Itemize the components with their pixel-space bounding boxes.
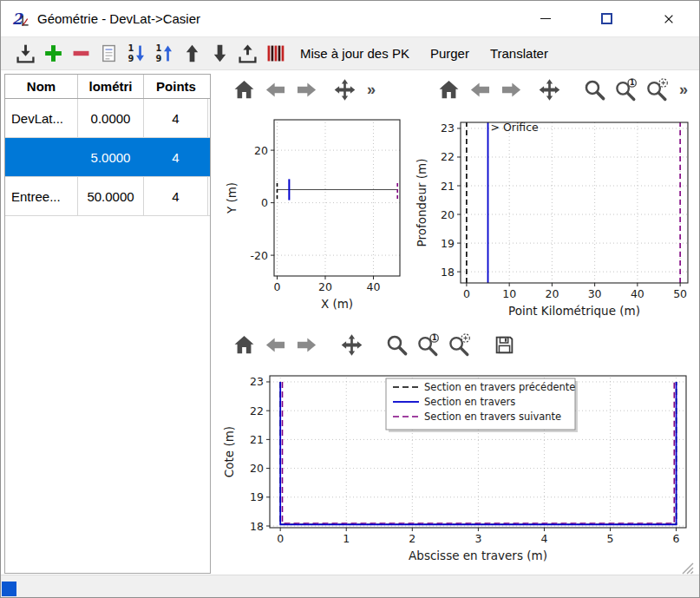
cell-nom[interactable] — [5, 138, 78, 176]
close-button[interactable] — [638, 1, 699, 36]
svg-text:20: 20 — [254, 144, 268, 157]
update-pk-button[interactable]: Mise à jour des PK — [292, 40, 417, 67]
table-row[interactable]: Entree... 50.0000 4 — [5, 177, 210, 216]
zoom-select-button[interactable] — [641, 74, 672, 105]
toolbar-overflow-button[interactable]: » — [363, 81, 379, 99]
svg-text:23: 23 — [250, 375, 264, 388]
pan-button[interactable] — [329, 74, 360, 105]
home-button[interactable] — [228, 329, 259, 360]
zoom-one-icon: 1 — [614, 78, 638, 102]
svg-text:Cote (m): Cote (m) — [222, 426, 236, 477]
back-icon — [264, 78, 287, 102]
svg-text:1: 1 — [343, 532, 350, 545]
maximize-button[interactable] — [576, 1, 638, 36]
zoom-icon — [385, 333, 409, 357]
add-button[interactable] — [41, 41, 65, 67]
svg-text:19: 19 — [250, 490, 264, 503]
svg-text:Abscisse en travers (m): Abscisse en travers (m) — [409, 549, 547, 562]
remove-icon — [70, 43, 92, 64]
minimize-button[interactable] — [514, 1, 576, 36]
cell-pk[interactable]: 0.0000 — [78, 99, 144, 137]
svg-text:30: 30 — [588, 287, 602, 300]
svg-text:-20: -20 — [251, 249, 268, 262]
zoom-select-button[interactable] — [443, 329, 474, 360]
sort-ascending-button[interactable]: 19 — [152, 41, 176, 67]
svg-text:20: 20 — [250, 462, 264, 475]
pan-button[interactable] — [336, 329, 367, 360]
back-button[interactable] — [259, 74, 291, 105]
edit-sheet-button[interactable] — [96, 41, 121, 67]
cell-nom[interactable]: DevLat... — [5, 99, 78, 137]
cell-pk[interactable]: 50.0000 — [78, 177, 144, 215]
zoom-icon — [583, 78, 606, 102]
remove-button[interactable] — [69, 41, 93, 67]
home-button[interactable] — [228, 74, 259, 105]
svg-text:19: 19 — [441, 237, 455, 250]
column-header-points[interactable]: Points — [144, 75, 208, 98]
svg-text:20: 20 — [441, 208, 455, 221]
svg-text:18: 18 — [250, 520, 264, 533]
cell-points[interactable]: 4 — [144, 138, 208, 176]
edit-sheet-icon — [98, 43, 120, 64]
sort-descending-button[interactable]: 19 — [124, 41, 148, 67]
pan-button[interactable] — [533, 74, 565, 105]
zoom-one-button[interactable]: 1 — [610, 74, 641, 105]
back-button[interactable] — [464, 74, 495, 105]
table-row-selected[interactable]: 5.0000 4 — [5, 138, 210, 177]
move-up-button[interactable] — [180, 41, 204, 67]
svg-text:0: 0 — [463, 287, 470, 300]
column-header-pk[interactable]: lométri — [78, 75, 144, 98]
app-icon: 2 — [10, 10, 29, 29]
translate-button[interactable]: Translater — [482, 40, 556, 67]
move-down-button[interactable] — [207, 41, 232, 67]
svg-text:20: 20 — [318, 280, 332, 293]
svg-text:1: 1 — [629, 79, 634, 87]
svg-text:Y (m): Y (m) — [225, 182, 239, 214]
cross-section-plot[interactable]: 0123456181920212223Abscisse en travers (… — [216, 367, 699, 574]
home-button[interactable] — [433, 74, 464, 105]
cell-pk[interactable]: 5.0000 — [78, 138, 144, 176]
svg-text:Profondeur (m): Profondeur (m) — [415, 159, 429, 247]
svg-text:40: 40 — [367, 280, 381, 293]
cell-nom[interactable]: Entree... — [5, 177, 78, 215]
svg-text:21: 21 — [441, 180, 455, 193]
save-button[interactable] — [488, 329, 520, 360]
corner-accent — [2, 582, 16, 596]
back-icon — [264, 333, 287, 357]
svg-text:40: 40 — [631, 287, 644, 300]
toolbar-overflow-button[interactable]: » — [676, 81, 691, 99]
forward-button[interactable] — [291, 74, 322, 105]
close-icon — [663, 13, 675, 25]
plan-view-plot[interactable]: 02040-20020X (m)Y (m) — [216, 107, 404, 320]
pan-icon — [333, 78, 357, 102]
section-plot-toolbar: 1 — [228, 329, 520, 360]
forward-button[interactable] — [495, 74, 527, 105]
forward-icon — [295, 78, 318, 102]
purge-button[interactable]: Purger — [422, 40, 477, 67]
table-row[interactable]: DevLat... 0.0000 4 — [5, 99, 210, 138]
status-bar — [1, 575, 699, 598]
title-bar: 2 Géométrie - DevLat->Casier — [1, 1, 699, 36]
resize-grip[interactable] — [681, 562, 694, 575]
svg-text:22: 22 — [250, 404, 264, 417]
cell-points[interactable]: 4 — [144, 99, 208, 137]
import-button[interactable] — [13, 41, 37, 67]
column-header-nom[interactable]: Nom — [5, 75, 78, 98]
zoom-button[interactable] — [381, 329, 412, 360]
back-button[interactable] — [259, 329, 291, 360]
cell-points[interactable]: 4 — [144, 177, 208, 215]
pk-ruler-button[interactable] — [263, 41, 287, 67]
zoom-one-button[interactable]: 1 — [412, 329, 443, 360]
export-button[interactable] — [235, 41, 259, 67]
zoom-button[interactable] — [579, 74, 610, 105]
window-controls — [514, 1, 699, 36]
svg-text:50: 50 — [673, 287, 687, 300]
profile-plot[interactable]: 01020304050181920212223Point Kilométriqu… — [407, 107, 699, 320]
svg-text:5: 5 — [607, 532, 614, 545]
home-icon — [232, 333, 256, 357]
svg-text:18: 18 — [441, 266, 455, 279]
svg-text:Section en travers suivante: Section en travers suivante — [424, 411, 561, 423]
pk-ruler-icon — [265, 43, 286, 64]
minimize-icon — [540, 18, 551, 19]
forward-button[interactable] — [291, 329, 322, 360]
